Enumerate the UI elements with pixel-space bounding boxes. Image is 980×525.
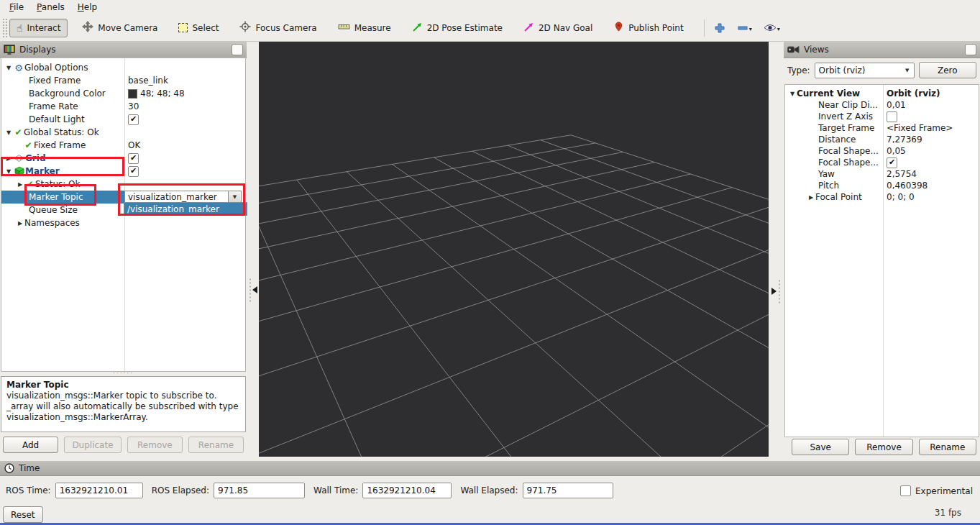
topic-dropdown-popup[interactable]: /visualization_marker [124,202,247,216]
move-camera-tool-button[interactable]: Move Camera [75,17,164,38]
tree-row-global-status[interactable]: ▼ ✔ Global Status: Ok [1,126,245,139]
expander-down-icon[interactable]: ▼ [788,91,797,97]
views-row-focal-point[interactable]: ▶ Focal Point 0; 0; 0 [785,191,979,203]
right-splitter[interactable] [769,42,784,457]
views-row-focal-shape-size[interactable]: Focal Shape... 0,05 [785,145,979,157]
interact-tool-button[interactable]: ☝ Interact [9,19,68,37]
green-check-icon: ✔ [23,140,34,150]
focal-shape-size-value[interactable]: 0,05 [887,146,906,156]
topic-option[interactable]: /visualization_marker [127,204,219,214]
menu-file[interactable]: File [3,1,30,14]
fixed-frame-value[interactable]: base_link [128,76,168,86]
views-row-yaw[interactable]: Yaw 2,5754 [785,168,979,180]
panel-splitter-handle[interactable]: ······ [0,370,247,376]
views-row-distance[interactable]: Distance 7,27369 [785,134,979,145]
views-row-focal-shape-fixed[interactable]: Focal Shape... ✔ [785,157,979,168]
duplicate-display-button[interactable]: Duplicate [64,437,122,453]
map-pin-icon [613,21,624,35]
checkbox-unchecked[interactable] [900,485,911,496]
wall-elapsed-input[interactable] [523,483,613,498]
marker-display-icon [13,166,25,176]
remove-view-button[interactable]: Remove [855,439,912,455]
views-row-invert-z[interactable]: Invert Z Axis [785,111,979,122]
views-row-near-clip[interactable]: Near Clip Di... 0,01 [785,99,979,111]
selection-box-icon [178,23,188,32]
displays-panel-header[interactable]: Displays [0,42,247,58]
expander-right-icon[interactable]: ▶ [16,181,24,188]
tree-row-background-color[interactable]: Background Color 48; 48; 48 [1,87,245,100]
left-splitter[interactable] [247,42,259,457]
frame-rate-value[interactable]: 30 [128,101,139,111]
panel-float-button[interactable] [232,44,243,55]
tree-row-namespaces[interactable]: ▶ Namespaces [1,216,245,229]
expander-down-icon[interactable]: ▼ [4,168,13,175]
rename-view-button[interactable]: Rename [919,439,976,455]
collapse-left-arrow-icon[interactable] [252,286,257,293]
tree-row-default-light[interactable]: Default Light ✔ [1,113,245,126]
panel-float-button[interactable] [965,44,976,55]
tree-row-global-options[interactable]: ▼ ⚙ Global Options [1,61,245,74]
focal-point-value[interactable]: 0; 0; 0 [887,192,915,202]
rename-display-button[interactable]: Rename [188,437,244,453]
views-row-target-frame[interactable]: Target Frame <Fixed Frame> [785,122,979,134]
splitter-dots [249,278,252,302]
render-viewport[interactable] [259,42,769,457]
tree-row-grid[interactable]: ▶ Grid ✔ [1,152,245,165]
measure-tool-button[interactable]: Measure [331,18,398,37]
visibility-tool-button[interactable]: ▾ [760,21,784,35]
select-tool-button[interactable]: Select [172,19,225,37]
pose-estimate-tool-button[interactable]: 2D Pose Estimate [406,18,509,38]
tree-row-marker-status[interactable]: ▶ ✔ Status: Ok [1,178,245,191]
view-type-combobox[interactable]: Orbit (rviz) ▼ [815,63,915,78]
time-panel: Time ROS Time: ROS Elapsed: Wall Time: W… [0,460,980,524]
expander-down-icon[interactable]: ▼ [4,129,13,136]
tree-row-fixed-frame[interactable]: Fixed Frame base_link [1,74,245,87]
near-clip-value[interactable]: 0,01 [887,100,906,110]
checkbox-checked[interactable]: ✔ [128,153,139,164]
ros-elapsed-input[interactable] [214,483,305,498]
focus-camera-tool-button[interactable]: Focus Camera [233,17,323,38]
wall-time-input[interactable] [362,483,452,498]
move-arrows-icon [82,21,93,35]
yaw-value[interactable]: 2,5754 [887,169,917,179]
remove-tool-button[interactable]: ▾ [733,22,756,35]
color-swatch[interactable] [128,89,137,99]
checkbox-checked[interactable]: ✔ [128,114,139,125]
checkbox-checked[interactable]: ✔ [128,166,139,177]
menu-help[interactable]: Help [71,1,104,14]
wall-elapsed-field: Wall Elapsed: [460,483,613,498]
expander-right-icon[interactable]: ▶ [16,220,24,227]
experimental-option[interactable]: Experimental [900,485,973,496]
expander-right-icon[interactable]: ▶ [4,155,13,162]
save-view-button[interactable]: Save [792,439,849,455]
add-tool-button[interactable] [710,20,729,36]
checkbox-unchecked[interactable] [887,111,897,122]
ros-time-input[interactable] [55,483,143,498]
time-panel-header[interactable]: Time [0,461,980,476]
tree-row-frame-rate[interactable]: Frame Rate 30 [1,100,245,113]
expander-down-icon[interactable]: ▼ [4,65,13,71]
publish-point-tool-button[interactable]: Publish Point [607,17,690,38]
pitch-value[interactable]: 0,460398 [887,181,928,191]
tree-row-marker[interactable]: ▼ Marker ✔ [1,165,245,178]
camera-icon [787,45,800,54]
views-panel-header[interactable]: Views [784,42,980,58]
grid-lines [259,135,769,457]
collapse-right-arrow-icon[interactable] [771,288,777,295]
target-frame-value[interactable]: <Fixed Frame> [887,123,953,133]
expander-right-icon[interactable]: ▶ [807,194,815,201]
combobox-arrow-button[interactable]: ▼ [228,191,241,203]
nav-goal-tool-button[interactable]: 2D Nav Goal [517,18,599,38]
toolbar-drag-handle[interactable] [2,18,7,38]
remove-display-button[interactable]: Remove [127,437,183,453]
background-color-value[interactable]: 48; 48; 48 [140,88,185,99]
checkbox-checked[interactable]: ✔ [887,158,897,168]
tree-row-fixed-frame-status[interactable]: ✔ Fixed Frame OK [1,139,245,152]
reset-button[interactable]: Reset [3,506,43,523]
zero-button[interactable]: Zero [919,62,976,78]
menu-panels[interactable]: Panels [30,1,71,14]
views-row-current-view[interactable]: ▼ Current View Orbit (rviz) [785,88,979,99]
add-display-button[interactable]: Add [3,437,58,453]
distance-value[interactable]: 7,27369 [887,134,922,145]
views-row-pitch[interactable]: Pitch 0,460398 [785,180,979,191]
